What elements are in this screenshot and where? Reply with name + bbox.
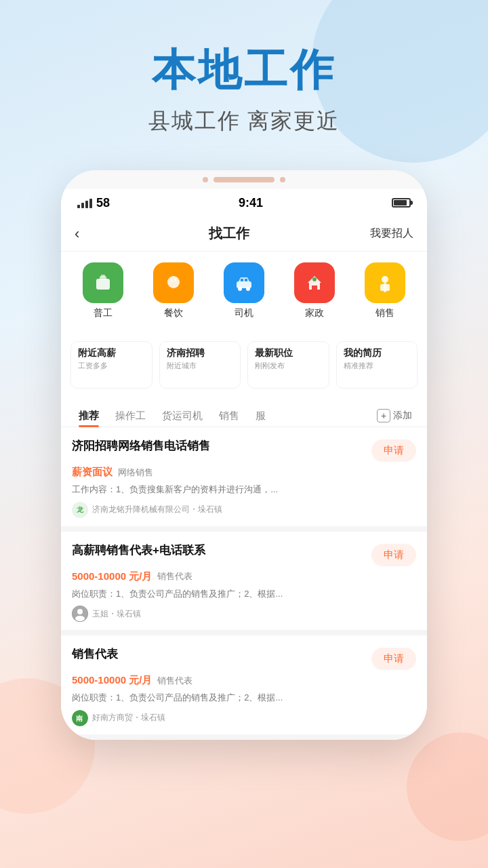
svg-rect-7: [237, 281, 251, 288]
tab-caozuo-gong[interactable]: 操作工: [107, 406, 154, 427]
job-salary-row-2: 5000-10000 元/月 销售代表: [72, 570, 416, 583]
svg-point-15: [382, 276, 388, 283]
job-title-1: 济阳招聘网络销售电话销售: [72, 438, 365, 454]
job-header-3: 销售代表 申请: [72, 646, 416, 670]
signal-icon: [77, 197, 92, 208]
battery-fill: [394, 200, 407, 205]
quick-title-2: 济南招聘: [167, 347, 234, 359]
svg-point-20: [75, 616, 85, 621]
apply-button-1[interactable]: 申请: [371, 439, 416, 462]
job-title-2: 高薪聘销售代表+电话联系: [72, 542, 365, 559]
svg-point-10: [246, 287, 250, 291]
salary-3: 5000-10000 元/月: [72, 674, 152, 687]
nav-bar: ‹ 找工作 我要招人: [61, 216, 427, 252]
category-xiao-shou[interactable]: 销售: [354, 262, 415, 319]
hero-main-title: 本地工作: [0, 41, 488, 100]
status-right: [392, 198, 411, 208]
job-company-3: 南 好南方商贸・垛石镇: [72, 710, 416, 726]
phone-frame: 58 9:41 ‹ 找工作 我要招人 普工: [61, 170, 427, 740]
tab-fu[interactable]: 服: [247, 406, 274, 427]
nav-title: 找工作: [99, 224, 359, 243]
salary-1: 薪资面议: [72, 466, 113, 479]
svg-marker-8: [239, 277, 249, 281]
tab-add-button[interactable]: + 添加: [371, 405, 418, 427]
hero-section: 本地工作 县城工作 离家更近: [0, 0, 488, 157]
svg-point-14: [312, 277, 317, 281]
pu-gong-label: 普工: [94, 307, 113, 319]
tab-tuijian[interactable]: 推荐: [70, 406, 107, 427]
can-yin-label: 餐饮: [164, 307, 183, 319]
phone-notch: [61, 170, 427, 189]
signal-bar-3: [85, 201, 88, 208]
svg-rect-11: [241, 279, 243, 281]
job-desc-3: 岗位职责：1、负责公司产品的销售及推广；2、根据...: [72, 691, 416, 705]
apply-button-3[interactable]: 申请: [371, 648, 416, 670]
job-card-1: 济阳招聘网络销售电话销售 申请 薪资面议 网络销售 工作内容：1、负责搜集新客户…: [61, 427, 427, 532]
quick-sub-1: 工资多多: [78, 361, 145, 371]
job-company-1: 龙 济南龙铭升降机械有限公司・垛石镇: [72, 502, 416, 518]
jia-zheng-icon: [294, 262, 335, 303]
svg-point-9: [238, 287, 242, 291]
quick-link-zuixin-zhiwei[interactable]: 最新职位 刚刚发布: [247, 341, 329, 389]
job-list: 济阳招聘网络销售电话销售 申请 薪资面议 网络销售 工作内容：1、负责搜集新客户…: [61, 427, 427, 740]
signal-strength: 58: [96, 196, 110, 210]
si-ji-icon: [224, 262, 264, 303]
notch-dot-2: [280, 177, 285, 182]
notch-dot-1: [203, 177, 208, 182]
job-title-3: 销售代表: [72, 646, 365, 663]
salary-2: 5000-10000 元/月: [72, 570, 152, 583]
job-desc-1: 工作内容：1、负责搜集新客户的资料并进行沟通，...: [72, 483, 416, 496]
pu-gong-icon: [83, 262, 123, 303]
svg-rect-4: [173, 276, 174, 279]
add-icon: +: [377, 409, 390, 422]
can-yin-icon: [153, 262, 194, 303]
job-company-2: 玉姐・垛石镇: [72, 606, 416, 622]
signal-bar-4: [89, 199, 92, 208]
si-ji-label: 司机: [235, 307, 253, 319]
status-left: 58: [77, 196, 110, 210]
bg-decor-bottom-right: [407, 732, 488, 841]
tab-huoyun-siji[interactable]: 货运司机: [154, 406, 211, 427]
category-pu-gong[interactable]: 普工: [73, 262, 134, 319]
recruit-button[interactable]: 我要招人: [359, 226, 413, 241]
company-logo-1: 龙: [72, 502, 88, 518]
category-can-yin[interactable]: 餐饮: [143, 262, 204, 319]
company-name-2: 玉姐・垛石镇: [92, 608, 141, 620]
notch-pill: [214, 177, 274, 182]
back-button[interactable]: ‹: [75, 225, 99, 243]
job-desc-2: 岗位职责：1、负责公司产品的销售及推广；2、根据...: [72, 587, 416, 601]
battery-icon: [392, 198, 411, 208]
quick-link-wode-jianli[interactable]: 我的简历 精准推荐: [336, 341, 418, 389]
svg-rect-17: [384, 283, 386, 292]
quick-sub-3: 刚刚发布: [255, 361, 322, 371]
quick-title-3: 最新职位: [255, 347, 322, 359]
company-name-3: 好南方商贸・垛石镇: [92, 712, 165, 724]
apply-button-2[interactable]: 申请: [371, 544, 416, 566]
quick-link-fujin-gaoxin[interactable]: 附近高薪 工资多多: [70, 341, 152, 389]
svg-rect-0: [96, 279, 110, 290]
jia-zheng-label: 家政: [305, 307, 324, 319]
quick-sub-2: 附近城市: [167, 361, 234, 371]
status-bar: 58 9:41: [61, 189, 427, 216]
company-logo-2: [72, 606, 88, 622]
job-card-2: 高薪聘销售代表+电话联系 申请 5000-10000 元/月 销售代表 岗位职责…: [61, 532, 427, 636]
job-salary-row-1: 薪资面议 网络销售: [72, 466, 416, 479]
tab-xiao-shou[interactable]: 销售: [211, 406, 247, 427]
quick-sub-4: 精准推荐: [344, 361, 411, 371]
category-section: 普工 餐饮 司机 家政: [61, 252, 427, 330]
job-salary-row-3: 5000-10000 元/月 销售代表: [72, 674, 416, 687]
job-header-2: 高薪聘销售代表+电话联系 申请: [72, 542, 416, 566]
xiao-shou-icon: [365, 262, 405, 303]
category-si-ji[interactable]: 司机: [214, 262, 274, 319]
company-logo-3: 南: [72, 710, 88, 726]
job-type-3: 销售代表: [157, 675, 192, 687]
category-jia-zheng[interactable]: 家政: [284, 262, 345, 319]
svg-rect-2: [101, 275, 105, 277]
quick-links-section: 附近高薪 工资多多 济南招聘 附近城市 最新职位 刚刚发布 我的简历 精准推荐: [61, 334, 427, 395]
job-card-3: 销售代表 申请 5000-10000 元/月 销售代表 岗位职责：1、负责公司产…: [61, 635, 427, 740]
job-header-1: 济阳招聘网络销售电话销售 申请: [72, 438, 416, 462]
tab-add-label: 添加: [393, 410, 412, 422]
company-name-1: 济南龙铭升降机械有限公司・垛石镇: [92, 504, 222, 515]
quick-title-1: 附近高薪: [78, 347, 145, 359]
quick-link-jinan-zhaopin[interactable]: 济南招聘 附近城市: [159, 341, 241, 389]
